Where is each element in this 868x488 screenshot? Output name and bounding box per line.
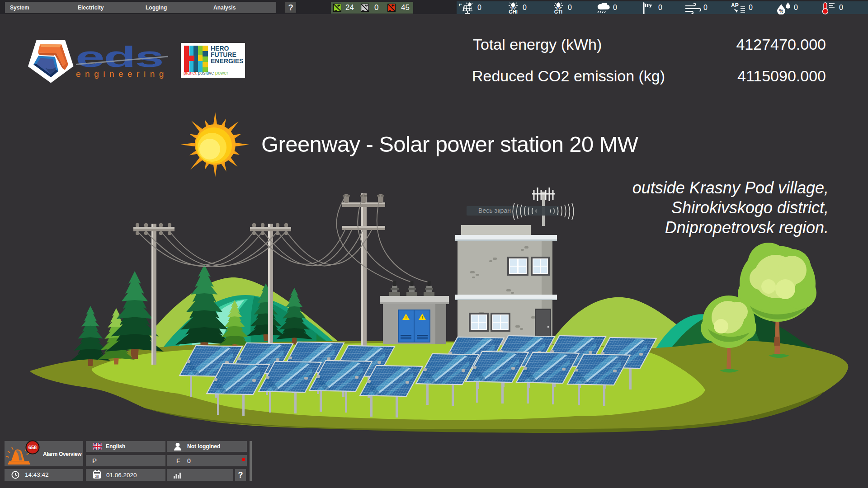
svg-text:eds: eds bbox=[75, 40, 163, 73]
svg-text:ENERGIES: ENERGIES bbox=[211, 57, 243, 65]
svg-text:28: 28 bbox=[95, 474, 99, 479]
svg-text:planet positive power: planet positive power bbox=[184, 70, 228, 75]
svg-text:Весь экран: Весь экран bbox=[478, 207, 511, 214]
svg-text:!: ! bbox=[422, 315, 423, 320]
svg-text:658: 658 bbox=[28, 445, 37, 450]
svg-text:engineering: engineering bbox=[76, 69, 168, 79]
svg-text:!: ! bbox=[406, 315, 407, 320]
